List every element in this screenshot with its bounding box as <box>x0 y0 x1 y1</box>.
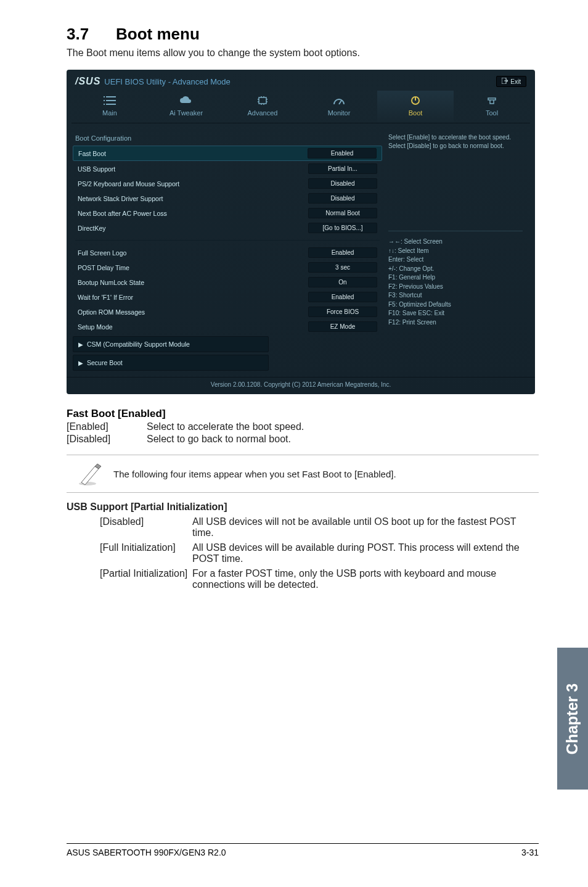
def-disabled-desc: Select to go back to normal boot. <box>147 434 291 445</box>
tab-tool[interactable]: Tool <box>454 91 530 123</box>
bios-title: UEFI BIOS Utility - Advanced Mode <box>104 77 230 86</box>
value-full-screen-logo[interactable]: Enabled <box>308 247 377 258</box>
asus-logo: /SUS <box>75 76 100 87</box>
label-wait-f1: Wait for 'F1' If Error <box>78 294 308 301</box>
value-option-rom[interactable]: Force BIOS <box>308 307 377 317</box>
tab-tool-label: Tool <box>454 109 530 117</box>
exit-label: Exit <box>510 78 521 85</box>
section-title-text: Boot menu <box>116 25 200 43</box>
row-numlock[interactable]: Bootup NumLock State On <box>73 275 382 289</box>
label-fast-boot: Fast Boot <box>78 150 308 157</box>
row-setup-mode[interactable]: Setup Mode EZ Mode <box>73 320 382 334</box>
bios-tab-bar: Main Ai Tweaker Advanced Monitor Boot To… <box>71 91 530 123</box>
help-description: Select [Enable] to accelerate the boot s… <box>388 133 523 151</box>
section-heading: 3.7Boot menu <box>67 25 539 44</box>
fast-boot-heading: Fast Boot [Enabled] <box>67 408 539 420</box>
tab-ai-tweaker[interactable]: Ai Tweaker <box>148 91 224 123</box>
cloud-icon <box>179 96 194 105</box>
opt-partial-init-term: [Partial Initialization] <box>100 568 192 590</box>
help-key-f1: F1: General Help <box>388 273 523 283</box>
note-text: The following four items appear when you… <box>113 469 396 479</box>
chapter-side-tab-label: Chapter 3 <box>564 683 582 754</box>
value-ps2-support[interactable]: Disabled <box>308 178 377 189</box>
row-post-delay[interactable]: POST Delay Time 3 sec <box>73 260 382 274</box>
help-key-nav-lr: →←: Select Screen <box>388 237 523 247</box>
exit-icon <box>502 78 508 85</box>
help-separator <box>388 231 523 231</box>
section-number: 3.7 <box>67 25 116 44</box>
pen-icon <box>76 461 104 486</box>
exit-button[interactable]: Exit <box>496 76 526 87</box>
label-ps2-support: PS/2 Keyboard and Mouse Support <box>78 180 308 188</box>
tab-monitor[interactable]: Monitor <box>301 91 377 123</box>
def-enabled-desc: Select to accelerate the boot speed. <box>147 421 304 432</box>
row-usb-support[interactable]: USB Support Partial In... <box>73 162 382 176</box>
help-key-nav-ud: ↑↓: Select Item <box>388 247 523 256</box>
label-numlock: Bootup NumLock State <box>78 279 308 286</box>
opt-disabled-desc: All USB devices will not be available un… <box>192 516 539 538</box>
help-key-change: +/-: Change Opt. <box>388 265 523 274</box>
tab-boot-label: Boot <box>377 109 454 117</box>
page-footer: ASUS SABERTOOTH 990FX/GEN3 R2.0 3-31 <box>67 843 539 857</box>
tab-boot[interactable]: Boot <box>377 91 454 123</box>
help-key-f10: F10: Save ESC: Exit <box>388 309 523 318</box>
value-next-boot[interactable]: Normal Boot <box>308 208 377 218</box>
tab-main-label: Main <box>71 109 148 117</box>
footer-product: ASUS SABERTOOTH 990FX/GEN3 R2.0 <box>67 848 226 857</box>
value-post-delay[interactable]: 3 sec <box>308 262 377 273</box>
value-network-stack[interactable]: Disabled <box>308 193 377 204</box>
row-wait-f1[interactable]: Wait for 'F1' If Error Enabled <box>73 290 382 304</box>
submenu-secure-boot[interactable]: ▶ Secure Boot <box>73 355 269 371</box>
def-disabled: [Disabled] Select to go back to normal b… <box>67 434 539 445</box>
opt-partial-init: [Partial Initialization] For a faster PO… <box>100 568 539 590</box>
value-numlock[interactable]: On <box>308 277 377 287</box>
chapter-side-tab: Chapter 3 <box>557 648 588 790</box>
row-fast-boot[interactable]: Fast Boot Enabled <box>73 146 382 161</box>
submenu-csm-label: CSM (Compatibility Support Module <box>87 340 190 348</box>
note-box: The following four items appear when you… <box>67 455 539 493</box>
help-key-f2: F2: Previous Values <box>388 283 523 292</box>
intro-text: The Boot menu items allow you to change … <box>67 47 539 59</box>
label-next-boot: Next Boot after AC Power Loss <box>78 210 308 217</box>
value-usb-support[interactable]: Partial In... <box>308 163 377 174</box>
label-post-delay: POST Delay Time <box>78 264 308 271</box>
footer-page-number: 3-31 <box>521 848 539 857</box>
tab-main[interactable]: Main <box>71 91 148 123</box>
tab-advanced[interactable]: Advanced <box>224 91 301 123</box>
def-disabled-term: [Disabled] <box>67 434 147 445</box>
separator <box>75 240 380 241</box>
usb-support-heading: USB Support [Partial Initialization] <box>67 501 539 513</box>
label-directkey: DirectKey <box>78 225 308 232</box>
chevron-right-icon: ▶ <box>78 360 83 366</box>
value-fast-boot[interactable]: Enabled <box>308 148 377 159</box>
help-keys: →←: Select Screen ↑↓: Select Item Enter:… <box>388 237 523 327</box>
row-ps2-support[interactable]: PS/2 Keyboard and Mouse Support Disabled <box>73 176 382 191</box>
submenu-secure-boot-label: Secure Boot <box>87 359 123 366</box>
row-next-boot[interactable]: Next Boot after AC Power Loss Normal Boo… <box>73 206 382 220</box>
def-enabled-term: [Enabled] <box>67 421 147 432</box>
chip-icon <box>255 96 270 105</box>
label-option-rom: Option ROM Messages <box>78 308 308 316</box>
submenu-csm[interactable]: ▶ CSM (Compatibility Support Module <box>73 336 269 352</box>
list-icon <box>102 96 117 105</box>
row-option-rom[interactable]: Option ROM Messages Force BIOS <box>73 305 382 319</box>
label-full-screen-logo: Full Screen Logo <box>78 249 308 257</box>
value-setup-mode[interactable]: EZ Mode <box>308 321 377 332</box>
row-directkey[interactable]: DirectKey [Go to BIOS...] <box>73 221 382 235</box>
value-wait-f1[interactable]: Enabled <box>308 292 377 302</box>
chevron-right-icon: ▶ <box>78 341 83 348</box>
svg-rect-1 <box>259 97 266 104</box>
row-full-screen-logo[interactable]: Full Screen Logo Enabled <box>73 245 382 260</box>
opt-partial-init-desc: For a faster POST time, only the USB por… <box>192 568 539 590</box>
help-key-f3: F3: Shortcut <box>388 291 523 300</box>
help-key-enter: Enter: Select <box>388 255 523 265</box>
gauge-icon <box>332 96 346 105</box>
label-setup-mode: Setup Mode <box>78 323 308 331</box>
row-network-stack[interactable]: Network Stack Driver Support Disabled <box>73 191 382 205</box>
opt-full-init: [Full Initialization] All USB devices wi… <box>100 542 539 564</box>
value-directkey[interactable]: [Go to BIOS...] <box>308 223 377 233</box>
opt-disabled: [Disabled] All USB devices will not be a… <box>100 516 539 538</box>
label-network-stack: Network Stack Driver Support <box>78 195 308 202</box>
tab-advanced-label: Advanced <box>224 109 301 117</box>
bios-panel: /SUS UEFI BIOS Utility - Advanced Mode E… <box>67 70 535 394</box>
